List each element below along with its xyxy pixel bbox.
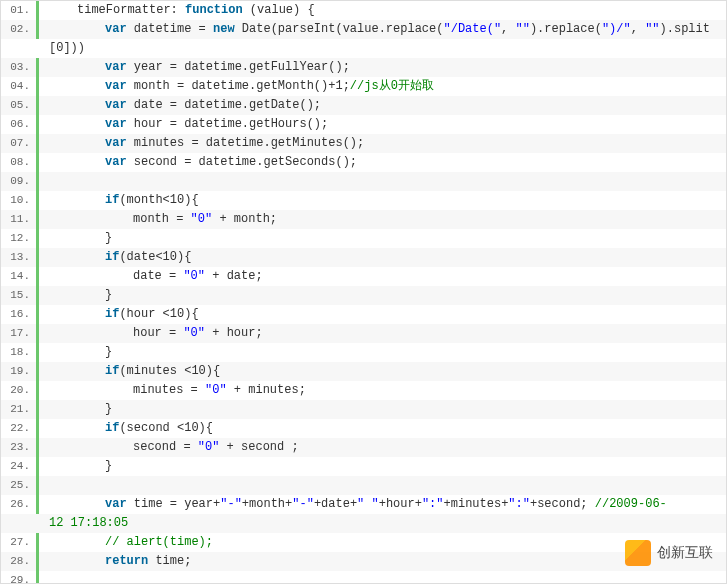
line-number: 24.: [1, 457, 39, 476]
code-line: 24.}: [1, 457, 726, 476]
code-line: 26.var time = year+"-"+month+"-"+date+" …: [1, 495, 726, 514]
code-line: 22.if(second <10){: [1, 419, 726, 438]
code-content: var time = year+"-"+month+"-"+date+" "+h…: [39, 495, 726, 514]
line-number: 14.: [1, 267, 39, 286]
code-content: var datetime = new Date(parseInt(value.r…: [39, 20, 726, 39]
code-content: 12 17:18:05: [39, 514, 726, 533]
code-content: var hour = datetime.getHours();: [39, 115, 726, 134]
line-number: 21.: [1, 400, 39, 419]
line-number: 10.: [1, 191, 39, 210]
line-number: 27.: [1, 533, 39, 552]
code-content: hour = "0" + hour;: [39, 324, 726, 343]
line-number: 07.: [1, 134, 39, 153]
code-content: if(hour <10){: [39, 305, 726, 324]
watermark: 创新互联: [625, 540, 713, 566]
code-line: 03.var year = datetime.getFullYear();: [1, 58, 726, 77]
line-number: 16.: [1, 305, 39, 324]
line-number: 20.: [1, 381, 39, 400]
line-number: 18.: [1, 343, 39, 362]
line-number: 28.: [1, 552, 39, 571]
code-content: timeFormatter: function (value) {: [39, 1, 726, 20]
line-number: 02.: [1, 20, 39, 39]
code-line: 04.var month = datetime.getMonth()+1;//j…: [1, 77, 726, 96]
logo-icon: [625, 540, 651, 566]
code-line: 13.if(date<10){: [1, 248, 726, 267]
code-content: }: [39, 457, 726, 476]
line-number: 04.: [1, 77, 39, 96]
code-line: 21.}: [1, 400, 726, 419]
line-number: 05.: [1, 96, 39, 115]
line-number: 29.: [1, 571, 39, 584]
code-line: 28.return time;: [1, 552, 726, 571]
line-number: 26.: [1, 495, 39, 514]
code-line: 23.second = "0" + second ;: [1, 438, 726, 457]
code-content: [0])): [39, 39, 726, 58]
code-content: // alert(time);: [39, 533, 726, 552]
line-number: 19.: [1, 362, 39, 381]
code-line: 27.// alert(time);: [1, 533, 726, 552]
code-line: 09.: [1, 172, 726, 191]
code-line: 19.if(minutes <10){: [1, 362, 726, 381]
code-content: [39, 172, 726, 191]
line-number: 17.: [1, 324, 39, 343]
code-content: if(minutes <10){: [39, 362, 726, 381]
code-content: var month = datetime.getMonth()+1;//js从0…: [39, 77, 726, 96]
code-line: 17.hour = "0" + hour;: [1, 324, 726, 343]
code-line: 08.var second = datetime.getSeconds();: [1, 153, 726, 172]
code-line-wrap: [0])): [1, 39, 726, 58]
code-content: if(date<10){: [39, 248, 726, 267]
code-line: 14.date = "0" + date;: [1, 267, 726, 286]
code-content: [39, 476, 726, 495]
code-content: if(second <10){: [39, 419, 726, 438]
code-line: 11.month = "0" + month;: [1, 210, 726, 229]
line-number: 12.: [1, 229, 39, 248]
code-line-wrap: 12 17:18:05: [1, 514, 726, 533]
code-line: 12.}: [1, 229, 726, 248]
code-content: }: [39, 400, 726, 419]
code-line: 29.: [1, 571, 726, 584]
line-number: 06.: [1, 115, 39, 134]
code-line: 18.}: [1, 343, 726, 362]
line-number: 01.: [1, 1, 39, 20]
code-content: var minutes = datetime.getMinutes();: [39, 134, 726, 153]
code-content: if(month<10){: [39, 191, 726, 210]
line-number: 09.: [1, 172, 39, 191]
line-number: 11.: [1, 210, 39, 229]
code-line: 01.timeFormatter: function (value) {: [1, 1, 726, 20]
code-content: date = "0" + date;: [39, 267, 726, 286]
line-number: 23.: [1, 438, 39, 457]
code-line: 07.var minutes = datetime.getMinutes();: [1, 134, 726, 153]
code-line: 10.if(month<10){: [1, 191, 726, 210]
line-number: 03.: [1, 58, 39, 77]
code-line: 06.var hour = datetime.getHours();: [1, 115, 726, 134]
code-content: var second = datetime.getSeconds();: [39, 153, 726, 172]
code-line: 15.}: [1, 286, 726, 305]
code-line: 25.: [1, 476, 726, 495]
code-line: 05.var date = datetime.getDate();: [1, 96, 726, 115]
code-content: }: [39, 343, 726, 362]
line-number: 15.: [1, 286, 39, 305]
code-content: month = "0" + month;: [39, 210, 726, 229]
code-content: var date = datetime.getDate();: [39, 96, 726, 115]
line-number: 25.: [1, 476, 39, 495]
line-number: 08.: [1, 153, 39, 172]
watermark-text: 创新互联: [657, 544, 713, 562]
code-content: [39, 571, 726, 584]
code-content: second = "0" + second ;: [39, 438, 726, 457]
line-number: 22.: [1, 419, 39, 438]
code-content: var year = datetime.getFullYear();: [39, 58, 726, 77]
code-line: 20.minutes = "0" + minutes;: [1, 381, 726, 400]
code-content: }: [39, 286, 726, 305]
code-content: return time;: [39, 552, 726, 571]
code-line: 02.var datetime = new Date(parseInt(valu…: [1, 20, 726, 39]
code-content: minutes = "0" + minutes;: [39, 381, 726, 400]
code-line: 16.if(hour <10){: [1, 305, 726, 324]
line-number: 13.: [1, 248, 39, 267]
code-content: }: [39, 229, 726, 248]
code-block: 01.timeFormatter: function (value) {02.v…: [0, 0, 727, 584]
